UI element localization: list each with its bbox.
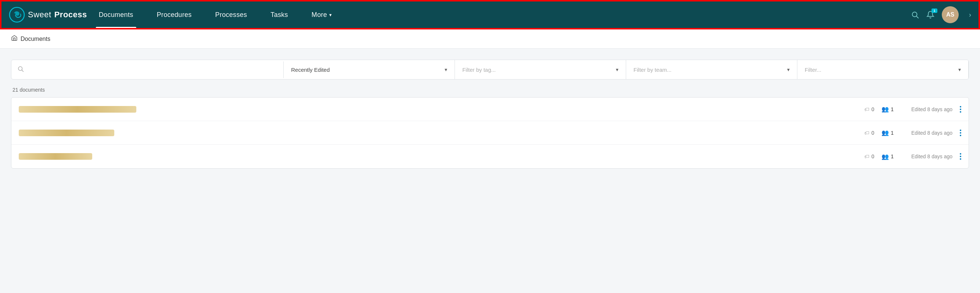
tag-icon: 🏷 <box>864 130 869 136</box>
logo[interactable]: SweetProcess <box>9 6 87 23</box>
logo-sweet: Sweet <box>28 10 51 19</box>
nav-more-label: More <box>312 11 327 19</box>
main-header: SweetProcess Documents Procedures Proces… <box>0 0 980 29</box>
breadcrumb: Documents <box>0 29 980 49</box>
nav-item-processes[interactable]: Processes <box>204 2 259 28</box>
chevron-down-icon: ▾ <box>329 12 332 18</box>
team-count: 1 <box>891 130 894 136</box>
tag-filter-select[interactable]: Filter by tag... ▾ <box>455 60 626 79</box>
doc-context-menu-button[interactable] <box>960 130 961 136</box>
home-icon[interactable] <box>11 35 18 43</box>
doc-context-menu-button[interactable] <box>960 106 961 113</box>
menu-dot <box>960 132 961 134</box>
team-icon: 👥 <box>881 106 889 113</box>
main-content: Recently Edited ▾ Filter by tag... ▾ Fil… <box>0 49 980 179</box>
header-chevron-icon[interactable]: › <box>969 11 971 19</box>
doc-meta: 🏷 0 👥 1 Edited 8 days ago <box>864 106 953 113</box>
team-count: 1 <box>891 154 894 159</box>
nav-item-tasks[interactable]: Tasks <box>259 2 300 28</box>
doc-title-area <box>19 106 864 113</box>
doc-team-count: 👥 1 <box>881 129 894 136</box>
extra-chevron-icon: ▾ <box>958 67 961 72</box>
svg-line-4 <box>22 70 23 71</box>
sort-chevron-icon: ▾ <box>445 67 447 72</box>
doc-edited-time: Edited 8 days ago <box>901 106 953 112</box>
search-icon[interactable] <box>911 11 919 19</box>
doc-tag-count: 🏷 0 <box>864 106 874 112</box>
nav-item-procedures[interactable]: Procedures <box>145 2 204 28</box>
team-filter-select[interactable]: Filter by team... ▾ <box>626 60 797 79</box>
doc-tag-count: 🏷 0 <box>864 130 874 136</box>
filter-search-icon <box>17 66 24 74</box>
table-row: 🏷 0 👥 1 Edited 8 days ago <box>11 121 969 145</box>
filter-bar: Recently Edited ▾ Filter by tag... ▾ Fil… <box>11 60 969 80</box>
menu-dot <box>960 156 961 157</box>
menu-dot <box>960 158 961 160</box>
tag-icon: 🏷 <box>864 154 869 159</box>
doc-tag-count: 🏷 0 <box>864 154 874 159</box>
team-filter-label: Filter by team... <box>633 67 671 73</box>
menu-dot <box>960 106 961 107</box>
team-icon: 👥 <box>881 153 889 160</box>
sort-select-label: Recently Edited <box>291 67 329 73</box>
doc-edited-time: Edited 8 days ago <box>901 154 953 159</box>
doc-title-blur <box>19 106 136 113</box>
tag-count: 0 <box>871 130 874 136</box>
doc-title-area <box>19 153 864 160</box>
doc-team-count: 👥 1 <box>881 106 894 113</box>
tag-chevron-icon: ▾ <box>616 67 619 72</box>
main-nav: Documents Procedures Processes Tasks Mor… <box>87 2 911 28</box>
document-list: 🏷 0 👥 1 Edited 8 days ago <box>11 97 969 168</box>
notification-badge: 1 <box>932 8 937 13</box>
menu-dot <box>960 109 961 110</box>
notification-bell-icon[interactable]: 1 <box>926 11 934 19</box>
logo-process: Process <box>54 10 87 19</box>
extra-filter-select[interactable]: Filter... ▾ <box>797 60 969 79</box>
tag-filter-label: Filter by tag... <box>462 67 496 73</box>
team-count: 1 <box>891 106 894 112</box>
doc-edited-time: Edited 8 days ago <box>901 130 953 136</box>
sort-select[interactable]: Recently Edited ▾ <box>284 60 455 79</box>
doc-meta: 🏷 0 👥 1 Edited 8 days ago <box>864 153 953 160</box>
search-filter <box>11 61 284 78</box>
nav-item-more[interactable]: More ▾ <box>300 2 344 28</box>
team-chevron-icon: ▾ <box>787 67 790 72</box>
table-row: 🏷 0 👥 1 Edited 8 days ago <box>11 98 969 121</box>
doc-title-blur <box>19 153 92 160</box>
menu-dot <box>960 135 961 136</box>
doc-context-menu-button[interactable] <box>960 153 961 160</box>
svg-line-2 <box>916 16 918 18</box>
header-right: 1 AS › <box>911 6 971 23</box>
menu-dot <box>960 111 961 113</box>
doc-title-area <box>19 130 864 136</box>
tag-icon: 🏷 <box>864 106 869 112</box>
avatar[interactable]: AS <box>942 6 959 23</box>
doc-title-blur <box>19 130 114 136</box>
table-row: 🏷 0 👥 1 Edited 8 days ago <box>11 145 969 168</box>
extra-filter-label: Filter... <box>805 67 821 73</box>
doc-meta: 🏷 0 👥 1 Edited 8 days ago <box>864 129 953 136</box>
menu-dot <box>960 153 961 155</box>
tag-count: 0 <box>871 154 874 159</box>
search-input[interactable] <box>27 61 277 78</box>
menu-dot <box>960 130 961 131</box>
document-count: 21 documents <box>11 87 969 93</box>
logo-icon <box>9 6 25 23</box>
team-icon: 👥 <box>881 129 889 136</box>
tag-count: 0 <box>871 106 874 112</box>
breadcrumb-text: Documents <box>21 36 50 42</box>
doc-team-count: 👥 1 <box>881 153 894 160</box>
nav-item-documents[interactable]: Documents <box>87 2 145 28</box>
